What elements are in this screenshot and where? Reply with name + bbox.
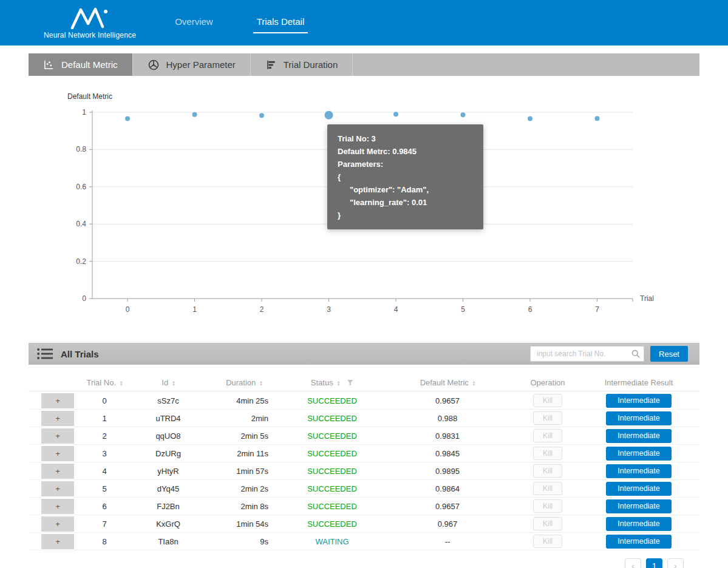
status-cell: SUCCEEDED: [287, 392, 378, 410]
nav-tab-overview[interactable]: Overview: [171, 13, 217, 33]
intermediate-button[interactable]: Intermediate: [606, 447, 672, 461]
duration-cell: 2min 8s: [202, 498, 287, 515]
intermediate-button[interactable]: Intermediate: [606, 482, 672, 496]
intermediate-cell: Intermediate: [578, 480, 699, 498]
tab-hyper-parameter[interactable]: Hyper Parameter: [133, 53, 251, 76]
svg-text:2: 2: [260, 305, 264, 314]
expand-row-button[interactable]: +: [41, 411, 74, 426]
nav-tab-trials-detail[interactable]: Trials Detail: [253, 13, 308, 33]
expand-row-button[interactable]: +: [41, 393, 74, 408]
expand-row-button[interactable]: +: [41, 499, 74, 514]
trial-id-cell: dYq45: [135, 480, 202, 498]
svg-text:0.2: 0.2: [76, 257, 86, 266]
tab-trial-duration[interactable]: Trial Duration: [251, 53, 353, 76]
trial-id-cell: DzURg: [135, 445, 202, 462]
sort-icon[interactable]: ▴▾: [260, 380, 262, 386]
row-expand-cell: +: [29, 462, 74, 480]
scatter-icon: [43, 59, 55, 70]
sort-icon[interactable]: ▴▾: [473, 380, 475, 386]
row-expand-cell: +: [29, 533, 74, 550]
metric-cell: 0.9895: [378, 462, 517, 480]
intermediate-cell: Intermediate: [578, 392, 699, 410]
search-icon: [631, 350, 640, 358]
sort-icon[interactable]: ▴▾: [120, 380, 123, 386]
intermediate-button[interactable]: Intermediate: [606, 464, 672, 478]
svg-text:Trial: Trial: [640, 294, 654, 303]
tab-default-metric[interactable]: Default Metric: [29, 53, 133, 76]
expand-row-button[interactable]: +: [41, 516, 74, 532]
expand-row-button[interactable]: +: [41, 481, 74, 496]
tooltip-line: "learning_rate": 0.01: [338, 196, 473, 209]
trial-no-cell: 5: [74, 480, 135, 498]
kill-button[interactable]: Kill: [533, 535, 562, 548]
kill-button[interactable]: Kill: [533, 394, 562, 407]
tab-label: Hyper Parameter: [166, 59, 236, 70]
svg-text:7: 7: [595, 305, 599, 314]
filter-icon[interactable]: [347, 380, 353, 386]
sort-icon[interactable]: ▴▾: [172, 380, 175, 386]
row-expand-cell: +: [29, 427, 74, 445]
nni-logo[interactable]: Neural Network Intelligence: [44, 6, 136, 39]
operation-cell: Kill: [517, 515, 578, 533]
header-expand-col: [29, 374, 74, 391]
kill-button[interactable]: Kill: [533, 517, 562, 530]
kill-button[interactable]: Kill: [533, 411, 562, 425]
duration-cell: 2min 5s: [202, 427, 287, 445]
prev-page-button[interactable]: ‹: [625, 558, 641, 568]
top-navbar: Neural Network Intelligence Overview Tri…: [0, 0, 728, 46]
header-id: Id ▴▾: [135, 374, 202, 391]
operation-cell: Kill: [517, 427, 578, 445]
intermediate-cell: Intermediate: [578, 462, 699, 480]
trial-no-cell: 2: [74, 427, 135, 445]
intermediate-button[interactable]: Intermediate: [606, 429, 672, 443]
svg-text:3: 3: [327, 305, 331, 314]
intermediate-cell: Intermediate: [578, 515, 699, 533]
metric-cell: 0.9864: [378, 480, 517, 498]
intermediate-button[interactable]: Intermediate: [606, 411, 672, 425]
duration-cell: 1min 57s: [202, 462, 287, 480]
trial-no-cell: 0: [74, 392, 135, 410]
kill-button[interactable]: Kill: [533, 482, 562, 495]
expand-row-button[interactable]: +: [41, 428, 74, 444]
operation-cell: Kill: [517, 392, 578, 410]
trial-no-cell: 4: [74, 462, 135, 480]
intermediate-cell: Intermediate: [578, 410, 699, 427]
intermediate-button[interactable]: Intermediate: [606, 535, 672, 549]
page-1-button[interactable]: 1: [646, 558, 662, 568]
metric-cell: 0.988: [378, 410, 517, 427]
kill-button[interactable]: Kill: [533, 499, 562, 513]
row-expand-cell: +: [29, 498, 74, 515]
row-expand-cell: +: [29, 480, 74, 498]
status-cell: SUCCEEDED: [287, 462, 378, 480]
logo-text: Neural Network Intelligence: [44, 31, 136, 39]
trial-no-cell: 7: [74, 515, 135, 533]
search-input[interactable]: [530, 346, 644, 362]
duration-cell: 1min 54s: [202, 515, 287, 533]
tooltip-line: }: [338, 209, 473, 221]
kill-button[interactable]: Kill: [533, 447, 562, 460]
status-cell: SUCCEEDED: [287, 445, 378, 462]
operation-cell: Kill: [517, 533, 578, 550]
expand-row-button[interactable]: +: [41, 534, 74, 549]
metric-cell: 0.9657: [378, 392, 517, 410]
intermediate-button[interactable]: Intermediate: [606, 517, 672, 531]
svg-text:4: 4: [394, 305, 398, 314]
kill-button[interactable]: Kill: [533, 429, 562, 442]
all-trials-header-bar: All Trials Reset: [29, 343, 699, 365]
sort-icon[interactable]: ▴▾: [338, 380, 340, 386]
chart-tooltip: Trial No: 3 Default Metrc: 0.9845 Parame…: [327, 124, 483, 229]
trial-id-cell: yHtyR: [135, 462, 202, 480]
intermediate-button[interactable]: Intermediate: [606, 394, 672, 408]
metric-cell: --: [378, 533, 517, 550]
expand-row-button[interactable]: +: [41, 446, 74, 461]
tab-label: Trial Duration: [284, 59, 338, 70]
reset-button[interactable]: Reset: [650, 346, 688, 362]
expand-row-button[interactable]: +: [41, 464, 74, 479]
metric-cell: 0.967: [378, 515, 517, 533]
next-page-button[interactable]: ›: [667, 558, 684, 568]
list-icon: [36, 347, 53, 360]
metric-cell: 0.9845: [378, 445, 517, 462]
intermediate-button[interactable]: Intermediate: [606, 499, 672, 513]
trial-id-cell: sSz7c: [135, 392, 202, 410]
kill-button[interactable]: Kill: [533, 464, 562, 478]
